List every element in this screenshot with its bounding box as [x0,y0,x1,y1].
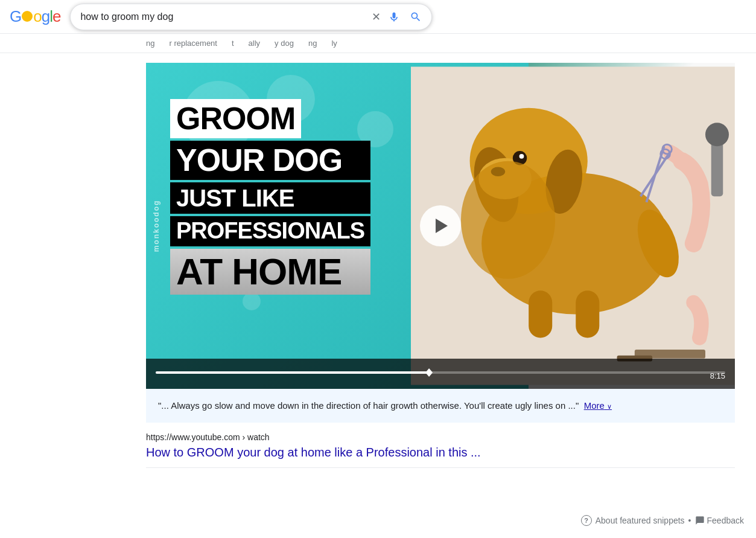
footer-area: ? About featured snippets • Feedback [581,515,744,526]
logo-letter-o2: o [33,7,41,26]
video-title-line1: GROOM [170,99,301,138]
google-logo[interactable]: Gogle [10,7,60,26]
result-url-domain: https://www.youtube.com [146,432,240,442]
help-button[interactable]: ? [581,515,592,526]
search-bar: ✕ [70,4,432,30]
close-icon: ✕ [372,11,381,23]
decor-circle-5 [243,292,261,310]
title-just-like: JUST LIKE [176,185,294,211]
search-input[interactable] [80,11,369,22]
feedback-button[interactable]: Feedback [695,516,744,525]
svg-rect-11 [576,290,599,338]
snippet-more-link[interactable]: More ∨ [584,400,612,411]
more-label: More [584,400,605,411]
video-text-overlay: GROOM YOUR DOG JUST LIKE PROFESSIONALS A… [170,99,370,295]
video-container: monkoodog GROOM YOUR DOG JUST LIKE PROFE… [146,63,735,389]
top-nav-item[interactable]: ng [308,39,317,48]
about-featured-snippets-label[interactable]: About featured snippets [596,516,685,525]
video-duration: 8:15 [710,371,725,380]
snippet-area: "... Always go slow and move down in the… [146,389,735,423]
top-nav-bar: ng r replacement t ally y dog ng ly [0,34,756,53]
progress-thumb[interactable]: 4:03 [425,368,433,377]
result-link-area: https://www.youtube.com › watch How to G… [146,423,735,473]
snippet-text: "... Always go slow and move down in the… [158,400,579,411]
play-button[interactable] [420,205,461,246]
top-nav-item[interactable]: ally [249,39,261,48]
logo-letter-e: e [52,7,60,26]
search-icon [410,11,422,23]
top-nav-item[interactable]: t [232,39,234,48]
top-nav-item[interactable]: r replacement [169,39,217,48]
top-nav-item[interactable]: y dog [275,39,294,48]
channel-name-vertical: monkoodog [152,200,160,252]
svg-rect-10 [529,290,552,338]
svg-point-18 [705,123,729,146]
progress-track[interactable]: 4:03 [156,371,725,374]
more-chevron-icon: ∨ [607,403,612,410]
microphone-icon [388,11,400,23]
video-title-line3: JUST LIKE [170,182,370,214]
progress-filled: 4:03 [156,371,429,374]
svg-point-8 [519,154,524,159]
top-nav-item[interactable]: ly [331,39,337,48]
play-icon [436,219,448,233]
result-url-path: › watch [243,432,270,442]
header: Gogle ✕ [0,0,756,34]
search-button[interactable] [405,8,427,25]
result-divider [146,467,735,468]
video-progress-bar: 4:03 8:15 [146,359,735,389]
video-title-line5: AT HOME [170,249,370,295]
clear-search-button[interactable]: ✕ [369,9,383,25]
svg-point-9 [461,161,555,279]
top-nav-item[interactable]: ng [146,39,154,48]
feedback-label: Feedback [707,516,744,525]
logo-dot [22,11,33,22]
footer-separator: • [688,516,691,525]
video-title-line4: PROFESSIONALS [170,216,370,246]
main-content: monkoodog GROOM YOUR DOG JUST LIKE PROFE… [0,53,756,473]
video-thumbnail[interactable]: monkoodog GROOM YOUR DOG JUST LIKE PROFE… [146,63,735,389]
result-url: https://www.youtube.com › watch [146,432,735,442]
logo-letter-g: G [10,7,21,26]
video-title-line2: YOUR DOG [170,141,370,180]
voice-search-button[interactable] [383,8,405,25]
result-title-link[interactable]: How to GROOM your dog at home like a Pro… [146,446,481,459]
logo-letter-g2: g [42,7,49,26]
feedback-icon [695,516,705,525]
